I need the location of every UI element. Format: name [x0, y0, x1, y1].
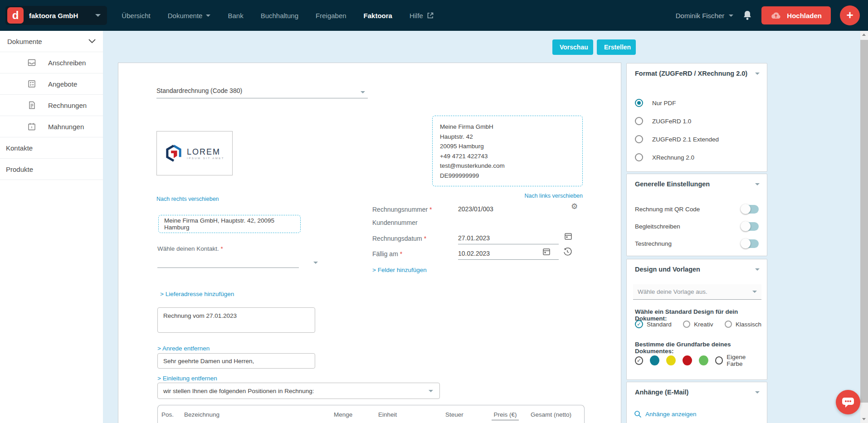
remove-intro-link[interactable]: > Einleitung entfernen: [157, 375, 217, 382]
design-option-klassisch[interactable]: Klassisch: [725, 321, 761, 328]
sidebar-item-kontakte[interactable]: Kontakte: [0, 137, 103, 159]
invoice-date-value[interactable]: 27.01.2023: [458, 234, 490, 242]
template-select[interactable]: Wähle deine Vorlage aus.: [633, 284, 761, 300]
nav-dokumente[interactable]: Dokumente: [168, 12, 211, 19]
scroll-up-icon[interactable]: [862, 34, 866, 36]
scrollbar-thumb[interactable]: [860, 40, 868, 403]
move-right-link[interactable]: Nach rechts verschieben: [156, 196, 219, 202]
sender-line-field[interactable]: Meine Firma GmbH, Hauptstr. 42, 20095 Ha…: [158, 215, 301, 233]
lorem-logo-icon: [165, 144, 183, 162]
notifications-bell-icon[interactable]: [742, 10, 752, 21]
design-option-kreativ[interactable]: Kreativ: [683, 321, 713, 328]
testrechnung-toggle[interactable]: [741, 239, 759, 248]
format-option-xrechnung-2-0[interactable]: XRechnung 2.0: [635, 153, 694, 161]
format-option-zugferd-1-0[interactable]: ZUGFeRD 1.0: [635, 117, 691, 125]
due-date-value[interactable]: 10.02.2023: [458, 250, 490, 257]
chevron-down-icon[interactable]: [755, 73, 760, 75]
subject-input[interactable]: Rechnung vom 27.01.2023: [157, 307, 315, 333]
color-question: Bestimme die Grundfarbe deines Dokumente…: [635, 341, 767, 355]
color-swatch-red[interactable]: [683, 355, 692, 365]
format-option-zugferd-2-1[interactable]: ZUGFeRD 2.1 Extended: [635, 135, 719, 143]
calendar-reminder-icon: [27, 122, 36, 131]
invoice-number-settings-gear-icon[interactable]: ⚙: [571, 202, 578, 211]
chevron-down-icon: [206, 15, 210, 17]
chevron-down-icon[interactable]: [755, 183, 760, 185]
upload-button[interactable]: Hochladen: [761, 6, 831, 24]
qr-code-toggle[interactable]: [741, 205, 759, 214]
intro-select[interactable]: wir stellen Ihnen die folgenden Position…: [157, 383, 440, 399]
topbar-right-tools: Dominik Fischer Hochladen +: [676, 5, 860, 25]
attachments-panel: Anhänge (E-Mail) Anhänge anzeigen: [626, 382, 767, 423]
format-option-nur-pdf[interactable]: Nur PDF: [635, 99, 676, 107]
nav-uebersicht[interactable]: Übersicht: [122, 12, 150, 19]
default-color-check-icon[interactable]: ✓: [635, 356, 643, 365]
color-swatch-green[interactable]: [699, 355, 708, 365]
toggle-row-qr-code: Rechnung mit QR Code: [635, 205, 759, 214]
format-panel-title: Format (ZUGFeRD / XRechnung 2.0): [635, 70, 749, 77]
begleitschreiben-toggle[interactable]: [741, 222, 759, 231]
invoice-date-label: Rechnungsdatum *: [372, 235, 426, 242]
radio-icon: [683, 321, 690, 328]
contact-select[interactable]: [157, 255, 299, 268]
design-panel: Design und Vorlagen Wähle deine Vorlage …: [626, 259, 767, 380]
contact-select-label: Wähle deinen Kontakt. *: [157, 245, 223, 252]
remove-salutation-link[interactable]: > Anrede entfernen: [157, 345, 210, 352]
show-attachments-link[interactable]: Anhänge anzeigen: [634, 410, 697, 418]
create-button[interactable]: Erstellen: [597, 39, 636, 55]
salutation-input[interactable]: Sehr geehrte Damen und Herren,: [157, 353, 315, 369]
radio-icon: [635, 153, 643, 161]
top-navigation-bar: d faktoora GmbH Übersicht Dokumente Bank…: [0, 0, 868, 31]
sidebar-item-anschreiben[interactable]: Anschreiben: [0, 52, 103, 73]
toggle-row-begleitschreiben: Begleitschreiben: [635, 222, 759, 231]
sidebar-section-dokumente[interactable]: Dokumente: [0, 31, 103, 52]
attachments-panel-title: Anhänge (E-Mail): [635, 389, 749, 396]
scroll-down-icon[interactable]: [862, 418, 866, 420]
color-swatch-teal[interactable]: [650, 355, 659, 365]
invoice-type-select[interactable]: Standardrechnung (Code 380): [156, 81, 368, 98]
positions-table-header: Pos. Bezeichnung Menge Einheit Steuer Pr…: [158, 405, 584, 423]
due-date-history-icon[interactable]: [563, 247, 572, 256]
chevron-down-icon[interactable]: [755, 268, 760, 271]
price-column-header[interactable]: Preis (€): [480, 411, 527, 418]
invoice-number-label: Rechnungsnummer *: [372, 206, 432, 213]
user-menu[interactable]: Dominik Fischer: [676, 12, 734, 19]
design-option-standard[interactable]: ✓ Standard: [635, 320, 672, 328]
company-logo-box[interactable]: LOREM IPSUM SIT AMET: [156, 131, 233, 175]
format-panel: Format (ZUGFeRD / XRechnung 2.0) Nur PDF…: [626, 63, 767, 172]
main-nav: Übersicht Dokumente Bank Buchhaltung Fre…: [122, 12, 434, 19]
logo-brand-text: LOREM: [187, 147, 224, 157]
chevron-down-icon: [361, 91, 365, 93]
sidebar-item-mahnungen[interactable]: Mahnungen: [0, 116, 103, 137]
nav-bank[interactable]: Bank: [228, 12, 243, 19]
chat-support-button[interactable]: [836, 390, 860, 414]
color-swatch-yellow[interactable]: [666, 355, 676, 365]
preview-button[interactable]: Vorschau: [552, 39, 593, 55]
move-left-link[interactable]: Nach links verschieben: [524, 193, 583, 199]
sidebar-item-rechnungen[interactable]: Rechnungen: [0, 95, 103, 116]
invoice-date-calendar-icon[interactable]: [564, 232, 573, 241]
custom-color-option[interactable]: Eigene Farbe: [715, 354, 761, 367]
vertical-scrollbar[interactable]: [860, 31, 868, 423]
company-name: faktoora GmbH: [29, 12, 78, 19]
general-settings-title: Generelle Einstellungen: [635, 180, 749, 188]
company-switcher[interactable]: d faktoora GmbH: [5, 6, 107, 25]
add-delivery-address-link[interactable]: > Lieferadresse hinzufügen: [160, 291, 234, 297]
add-new-button[interactable]: +: [840, 5, 860, 25]
nav-freigaben[interactable]: Freigaben: [316, 12, 346, 19]
nav-faktoora[interactable]: Faktoora: [364, 12, 392, 19]
invoice-number-value[interactable]: 2023/01/003: [458, 205, 493, 213]
nav-hilfe[interactable]: Hilfe: [410, 12, 434, 19]
chevron-down-icon[interactable]: [755, 391, 760, 394]
sidebar-item-angebote[interactable]: Angebote: [0, 73, 103, 95]
due-date-label: Fällig am *: [372, 250, 402, 258]
due-date-calendar-icon[interactable]: [542, 247, 551, 256]
positions-table: Pos. Bezeichnung Menge Einheit Steuer Pr…: [157, 405, 585, 423]
add-fields-link[interactable]: > Felder hinzufügen: [372, 267, 427, 273]
user-name: Dominik Fischer: [676, 12, 725, 19]
sidebar-item-produkte[interactable]: Produkte: [0, 159, 103, 180]
design-panel-title: Design und Vorlagen: [635, 266, 749, 273]
radio-selected-icon: [635, 99, 643, 107]
nav-buchhaltung[interactable]: Buchhaltung: [261, 12, 298, 19]
search-icon: [634, 410, 642, 418]
sender-address-block[interactable]: Meine Firma GmbH Hauptstr. 42 20095 Hamb…: [432, 116, 583, 186]
